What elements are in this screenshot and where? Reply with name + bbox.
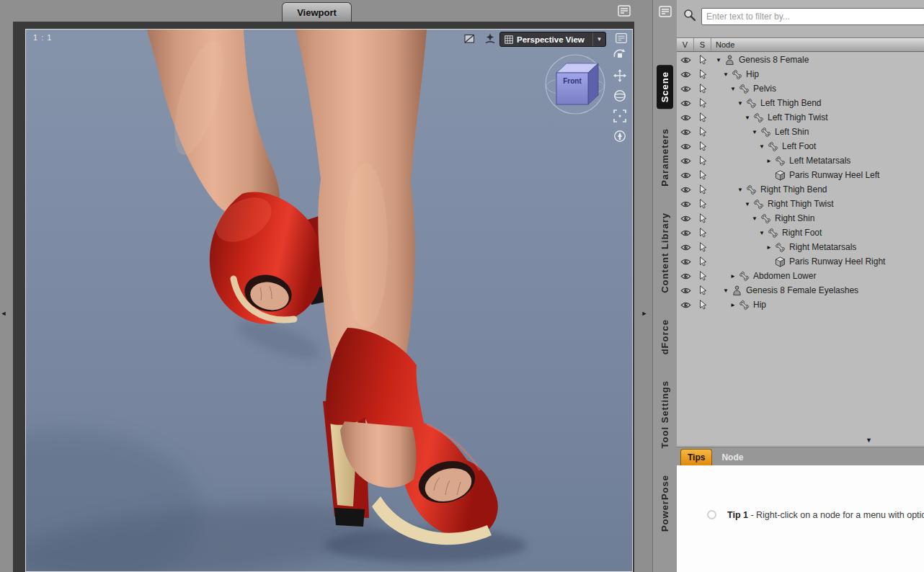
selectable-cursor-icon[interactable] (694, 127, 711, 137)
expand-triangle[interactable]: ▼ (745, 115, 753, 121)
expand-triangle[interactable]: ▼ (737, 187, 746, 193)
drawstyle-icon[interactable] (484, 32, 497, 45)
viewport-render[interactable]: Front (26, 30, 632, 571)
view-selector-button[interactable]: Perspective View ▼ (499, 32, 606, 47)
selectable-cursor-icon[interactable] (694, 84, 711, 94)
selectable-cursor-icon[interactable] (694, 285, 711, 295)
expand-triangle[interactable]: ► (730, 302, 739, 308)
visibility-eye-icon[interactable] (677, 229, 694, 237)
visibility-eye-icon[interactable] (677, 71, 694, 79)
dock-tab-powerpose[interactable]: PowerPose (657, 468, 673, 538)
selectable-cursor-icon[interactable] (694, 55, 711, 65)
expand-triangle[interactable]: ► (766, 244, 775, 251)
expand-triangle[interactable]: ▼ (752, 215, 760, 222)
tree-row[interactable]: ►Hip (677, 298, 924, 312)
expand-triangle[interactable]: ▼ (737, 100, 746, 107)
tree-row[interactable]: ▼Right Shin (677, 211, 924, 225)
dock-tab-scene[interactable]: Scene (657, 65, 673, 109)
orbit-tool-icon[interactable] (613, 48, 627, 63)
tree-scroll-down-arrow[interactable]: ▼ (866, 437, 872, 444)
visibility-eye-icon[interactable] (677, 128, 694, 136)
visibility-eye-icon[interactable] (677, 287, 694, 295)
expand-triangle[interactable]: ► (730, 273, 739, 280)
tree-row[interactable]: ▼Left Thigh Bend (677, 96, 924, 110)
expand-triangle[interactable]: ▼ (745, 201, 753, 207)
scene-filter-input[interactable] (701, 8, 924, 25)
expand-triangle[interactable]: ▼ (752, 129, 760, 135)
viewport-options-icon[interactable] (614, 31, 628, 45)
visibility-eye-icon[interactable] (677, 99, 694, 107)
selectable-cursor-icon[interactable] (694, 112, 711, 122)
selectable-cursor-icon[interactable] (694, 141, 711, 151)
visibility-eye-icon[interactable] (677, 243, 694, 251)
tree-row[interactable]: ▼Right Thigh Bend (677, 182, 924, 197)
tab-viewport[interactable]: Viewport (282, 2, 352, 22)
expand-triangle[interactable]: ▼ (723, 287, 732, 294)
rotate-tool-icon[interactable] (613, 89, 627, 103)
dock-tab-dforce[interactable]: dForce (657, 313, 673, 361)
selectable-cursor-icon[interactable] (694, 98, 711, 108)
tree-row[interactable]: ▼Right Foot (677, 225, 924, 240)
visibility-eye-icon[interactable] (677, 85, 694, 93)
column-node[interactable]: Node (711, 38, 924, 51)
view-selector-dropdown-arrow[interactable]: ▼ (592, 32, 605, 46)
expand-triangle[interactable]: ▼ (716, 57, 724, 63)
visibility-eye-icon[interactable] (677, 143, 694, 151)
tab-node[interactable]: Node (715, 450, 750, 465)
selectable-cursor-icon[interactable] (694, 170, 711, 180)
tree-row[interactable]: ▼Left Foot (677, 139, 924, 153)
aux-viewport-icon[interactable] (463, 32, 476, 45)
pan-tool-icon[interactable] (613, 68, 627, 83)
tree-row[interactable]: Paris Runway Heel Left (677, 168, 924, 182)
dock-tab-tool-settings[interactable]: Tool Settings (657, 374, 673, 455)
right-pane-collapse-arrow[interactable]: ► (641, 307, 648, 320)
selectable-cursor-icon[interactable] (694, 228, 711, 238)
tree-row[interactable]: ▼Genesis 8 Female Eyelashes (677, 283, 924, 298)
visibility-eye-icon[interactable] (677, 157, 694, 165)
column-visible[interactable]: V (677, 38, 694, 51)
selectable-cursor-icon[interactable] (694, 256, 711, 267)
visibility-eye-icon[interactable] (677, 272, 694, 280)
tree-row[interactable]: ►Right Metatarsals (677, 240, 924, 254)
tree-row[interactable]: ▼Pelvis (677, 81, 924, 96)
dock-pane-menu-icon[interactable] (657, 4, 673, 19)
tab-tips[interactable]: Tips (680, 449, 712, 465)
selectable-cursor-icon[interactable] (694, 300, 711, 310)
pane-splitter[interactable] (634, 0, 652, 572)
aim-tool-icon[interactable] (613, 129, 627, 143)
filter-search-icon[interactable] (681, 6, 698, 24)
expand-triangle[interactable]: ► (766, 158, 775, 164)
tree-row[interactable]: ▼Left Shin (677, 125, 924, 139)
column-selectable[interactable]: S (694, 38, 711, 51)
tree-row[interactable]: ▼Genesis 8 Female (677, 53, 924, 67)
dock-tab-parameters[interactable]: Parameters (657, 122, 673, 193)
selectable-cursor-icon[interactable] (694, 156, 711, 166)
tree-row[interactable]: ►Abdomen Lower (677, 269, 924, 283)
visibility-eye-icon[interactable] (677, 215, 694, 223)
selectable-cursor-icon[interactable] (694, 213, 711, 223)
selectable-cursor-icon[interactable] (694, 69, 711, 79)
visibility-eye-icon[interactable] (677, 258, 694, 266)
selectable-cursor-icon[interactable] (694, 184, 711, 195)
dock-tab-content-library[interactable]: Content Library (657, 206, 673, 300)
expand-triangle[interactable]: ▼ (759, 143, 768, 150)
expand-triangle[interactable]: ▼ (723, 71, 732, 78)
expand-triangle[interactable]: ▼ (730, 86, 739, 92)
expand-triangle[interactable]: ▼ (759, 230, 768, 236)
tree-row[interactable]: ▼Right Thigh Twist (677, 197, 924, 211)
tree-row[interactable]: ▼Hip (677, 67, 924, 81)
view-cube[interactable]: Front (546, 55, 605, 114)
visibility-eye-icon[interactable] (677, 171, 694, 179)
visibility-eye-icon[interactable] (677, 114, 694, 122)
visibility-eye-icon[interactable] (677, 200, 694, 208)
tree-row[interactable]: ▼Left Thigh Twist (677, 110, 924, 125)
tree-row[interactable]: ►Left Metatarsals (677, 153, 924, 168)
selectable-cursor-icon[interactable] (694, 242, 711, 252)
visibility-eye-icon[interactable] (677, 56, 694, 64)
selectable-cursor-icon[interactable] (694, 199, 711, 209)
left-pane-collapse-arrow[interactable]: ◄ (0, 307, 7, 320)
viewport-pane-menu-icon[interactable] (616, 3, 632, 19)
visibility-eye-icon[interactable] (677, 186, 694, 194)
view-cube-label[interactable]: Front (563, 77, 582, 85)
frame-tool-icon[interactable] (613, 109, 627, 123)
